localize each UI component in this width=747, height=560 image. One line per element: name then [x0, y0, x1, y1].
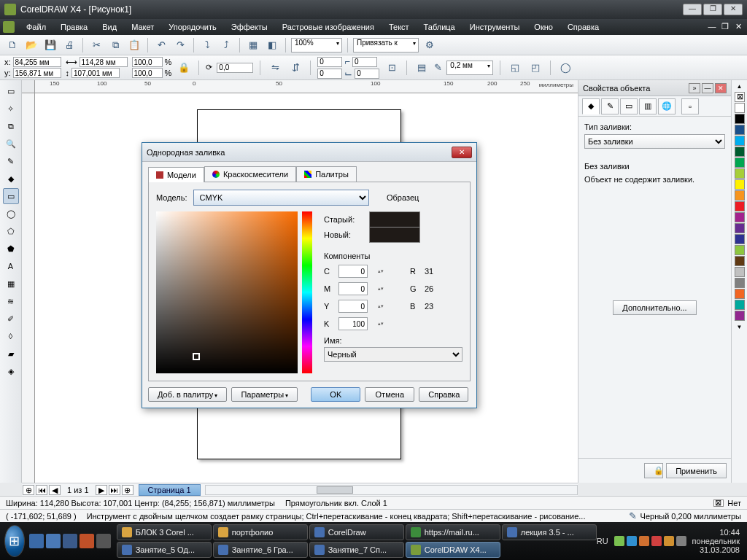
menu-layout[interactable]: Макет	[124, 20, 161, 34]
task-button[interactable]: CorelDRAW X4...	[406, 542, 500, 558]
ql-explorer[interactable]	[46, 534, 61, 548]
menu-bitmaps[interactable]: Растровые изображения	[275, 20, 382, 34]
task-button[interactable]: Занятие_6 Гра...	[213, 542, 308, 558]
wrap-button[interactable]: ▤	[414, 60, 430, 76]
export-button[interactable]: ⤴	[218, 37, 234, 53]
ql-desktop[interactable]	[29, 534, 44, 548]
menu-edit[interactable]: Правка	[53, 20, 95, 34]
basic-shapes-tool[interactable]: ⬟	[3, 241, 19, 257]
swatch-9[interactable]	[735, 201, 745, 211]
menu-arrange[interactable]: Упорядочить	[161, 20, 223, 34]
menu-table[interactable]: Таблица	[417, 20, 462, 34]
page-add-right[interactable]: ⊕	[122, 485, 133, 495]
mirror-h-button[interactable]: ⇋	[267, 60, 283, 76]
ruler-horizontal[interactable]: 150 100 50 0 50 100 150 200 250 миллимет…	[35, 80, 578, 93]
tray-icon-1[interactable]	[614, 536, 624, 546]
docker-expand-button[interactable]: »	[689, 83, 700, 93]
menu-file[interactable]: Файл	[19, 20, 53, 34]
swatch-5[interactable]	[735, 158, 745, 168]
fill-type-select[interactable]: Без заливки	[584, 134, 725, 149]
launch-button[interactable]: ▦	[245, 37, 261, 53]
palette-up[interactable]: ▲	[737, 83, 743, 90]
swatch-4[interactable]	[735, 147, 745, 157]
start-button[interactable]: ⊞	[4, 525, 25, 557]
undo-button[interactable]: ↶	[153, 37, 169, 53]
docker-min-button[interactable]: —	[702, 83, 713, 93]
blend-tool[interactable]: ≋	[3, 293, 19, 309]
corner-br-input[interactable]	[355, 69, 379, 79]
page-prev[interactable]: ◀	[49, 485, 61, 495]
scalex-input[interactable]	[132, 57, 163, 67]
docker-tab-fill[interactable]: ◆	[582, 98, 600, 114]
model-select[interactable]: CMYK	[193, 190, 369, 206]
new-color-box[interactable]	[369, 227, 420, 243]
palette-down[interactable]: ▼	[737, 324, 743, 330]
zoom-combo[interactable]: 100%	[291, 38, 342, 52]
welcome-button[interactable]: ◧	[264, 37, 280, 53]
swatch-6[interactable]	[735, 168, 745, 179]
page-last[interactable]: ⏭	[109, 485, 120, 495]
task-button[interactable]: CorelDraw	[309, 524, 404, 540]
corner-bl-input[interactable]	[317, 69, 342, 79]
close-button[interactable]: ✕	[724, 4, 743, 15]
k-input[interactable]	[338, 317, 368, 330]
dialog-titlebar[interactable]: Однородная заливка ✕	[142, 143, 476, 162]
page-next[interactable]: ▶	[96, 485, 107, 495]
import-button[interactable]: ⤵	[199, 37, 215, 53]
y-input[interactable]	[338, 300, 368, 313]
menu-view[interactable]: Вид	[95, 20, 124, 34]
convert-button[interactable]: ◯	[557, 60, 573, 76]
freehand-tool[interactable]: ✎	[3, 153, 19, 169]
lang-indicator[interactable]: RU	[597, 537, 608, 545]
params-button[interactable]: Параметры	[231, 387, 298, 402]
width-input[interactable]	[80, 57, 128, 67]
docker-close-button[interactable]: ✕	[715, 83, 727, 93]
corner-tl-input[interactable]	[317, 57, 342, 67]
ql-switch[interactable]	[63, 534, 77, 548]
height-input[interactable]	[71, 68, 120, 78]
docker-tab-outline[interactable]: ✎	[601, 98, 619, 114]
tray-icon-4[interactable]	[651, 536, 662, 546]
swatch-8[interactable]	[735, 190, 745, 201]
swatch-14[interactable]	[735, 256, 745, 266]
menu-window[interactable]: Окно	[527, 20, 560, 34]
snap-combo[interactable]: Привязать к	[353, 38, 419, 52]
maximize-button[interactable]: ❐	[703, 4, 722, 15]
minimize-button[interactable]: —	[683, 4, 702, 15]
help-button[interactable]: Справка	[419, 387, 468, 402]
front-button[interactable]: ◱	[507, 60, 523, 76]
swatch-1[interactable]	[735, 114, 745, 124]
task-button[interactable]: лекция 3.5 - ...	[502, 524, 597, 540]
page-first[interactable]: ⏮	[36, 485, 47, 495]
save-button[interactable]: 💾	[42, 37, 58, 53]
polygon-tool[interactable]: ⬠	[3, 223, 19, 239]
back-button[interactable]: ◰	[527, 60, 543, 76]
options-button[interactable]: ⚙	[422, 37, 438, 53]
swatch-19[interactable]	[735, 311, 745, 321]
swatch-17[interactable]	[735, 289, 745, 299]
tray-icon-6[interactable]	[676, 536, 686, 546]
crop-tool[interactable]: ⧉	[3, 118, 19, 134]
clock[interactable]: 10:44 понедельник 31.03.2008	[692, 528, 740, 554]
eyedropper-tool[interactable]: ✐	[3, 311, 19, 327]
mirror-v-button[interactable]: ⇵	[287, 60, 303, 76]
c-input[interactable]	[338, 265, 368, 278]
hue-slider[interactable]	[302, 211, 312, 373]
rectangle-tool[interactable]: ▭	[3, 188, 19, 204]
page-tab-1[interactable]: Страница 1	[139, 484, 201, 496]
swatch-18[interactable]	[735, 300, 745, 310]
print-button[interactable]: 🖨	[61, 37, 77, 53]
swatch-3[interactable]	[735, 136, 745, 146]
mdi-minimize[interactable]: —	[706, 22, 718, 32]
ok-button[interactable]: OK	[311, 387, 360, 402]
task-button[interactable]: Занятие_5 Од...	[117, 542, 212, 558]
color-gradient[interactable]	[156, 211, 298, 373]
tray-icon-3[interactable]	[639, 536, 649, 546]
cancel-button[interactable]: Отмена	[365, 387, 414, 402]
swatch-none[interactable]: ⊠	[735, 92, 745, 102]
docker-tab-5[interactable]: 🌐	[658, 98, 676, 114]
copy-button[interactable]: ⧉	[107, 37, 123, 53]
dialog-tab-mixers[interactable]: Краскосмесители	[204, 166, 296, 182]
round-together-button[interactable]: ⊡	[384, 60, 400, 76]
docker-tab-3[interactable]: ▭	[620, 98, 638, 114]
